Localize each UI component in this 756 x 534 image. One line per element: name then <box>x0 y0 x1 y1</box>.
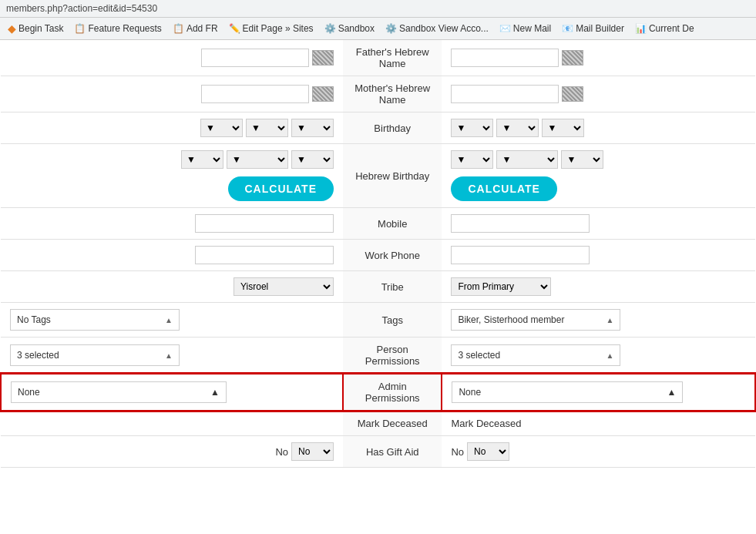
tags-multiselect-left[interactable]: No Tags ▲ <box>10 309 180 331</box>
toolbar-current-de[interactable]: 📊 Current De <box>632 22 697 35</box>
admin-permissions-left-arrow: ▲ <box>210 387 220 398</box>
toolbar-edit-page[interactable]: ✏️ Edit Page » Sites <box>226 22 317 35</box>
toolbar-begin-task[interactable]: ◆ Begin Task <box>5 21 66 36</box>
admin-permissions-multiselect-left[interactable]: None ▲ <box>11 381 227 403</box>
mothers-hebrew-name-label: Mother's Hebrew Name <box>343 76 442 113</box>
person-permissions-row: 3 selected ▲ Person Permissions 3 select… <box>1 338 755 374</box>
feature-requests-icon: 📋 <box>74 23 86 34</box>
hebrew-keyboard-icon-left <box>312 50 334 65</box>
birthday-month-right[interactable]: ▼ <box>451 119 493 137</box>
edit-page-icon: ✏️ <box>229 23 240 34</box>
tags-left-value: No Tags <box>17 314 51 325</box>
work-phone-input-right[interactable] <box>451 246 590 264</box>
fathers-hebrew-name-label: Father's Hebrew Name <box>343 40 442 76</box>
hebrew-birthday-month-left[interactable]: ▼ <box>181 150 223 169</box>
toolbar-new-mail[interactable]: ✉️ New Mail <box>496 22 554 35</box>
hebrew-birthday-year-right[interactable]: ▼ <box>561 150 603 169</box>
has-gift-aid-select-right[interactable]: No Yes <box>467 442 509 461</box>
tags-left-arrow: ▲ <box>165 316 173 324</box>
tribe-label: Tribe <box>343 271 442 303</box>
add-fr-label: Add FR <box>186 23 218 34</box>
hebrew-birthday-month-right[interactable]: ▼ <box>451 150 493 169</box>
admin-permissions-row: None ▲ Admin Permissions None ▲ <box>1 374 755 411</box>
sandbox-icon: ⚙️ <box>324 23 336 34</box>
birthday-day-left[interactable]: ▼ <box>246 119 288 137</box>
toolbar-sandbox[interactable]: ⚙️ Sandbox <box>321 22 378 35</box>
work-phone-row: Work Phone <box>1 240 755 271</box>
fathers-hebrew-name-left-input[interactable] <box>201 49 309 67</box>
person-permissions-right-value: 3 selected <box>458 350 500 361</box>
has-gift-aid-right-label: No <box>451 446 464 458</box>
has-gift-aid-row: No No Yes Has Gift Aid No No Yes <box>1 436 755 468</box>
calculate-button-right[interactable]: CALCULATE <box>451 176 557 201</box>
fathers-hebrew-name-left <box>1 40 343 76</box>
mothers-hebrew-name-right-input[interactable] <box>451 85 559 103</box>
edit-page-label: Edit Page » Sites <box>243 23 314 34</box>
tags-multiselect-right[interactable]: Biker, Sisterhood member ▲ <box>451 309 620 331</box>
hebrew-birthday-row: ▼ ▼ ▼ CALCULATE Hebrew Birthday ▼ ▼ ▼ <box>1 144 755 208</box>
tribe-select-right[interactable]: From Primary <box>451 277 551 296</box>
has-gift-aid-select-left[interactable]: No Yes <box>291 442 334 461</box>
hebrew-birthday-day-right[interactable]: ▼ <box>496 150 558 169</box>
birthday-month-left[interactable]: ▼ <box>200 119 243 137</box>
tags-label: Tags <box>343 303 442 338</box>
mobile-input-left[interactable] <box>195 214 334 233</box>
birthday-year-right[interactable]: ▼ <box>542 119 584 137</box>
hebrew-birthday-year-left[interactable]: ▼ <box>291 150 334 169</box>
toolbar-add-fr[interactable]: 📋 Add FR <box>170 22 221 35</box>
mothers-hebrew-keyboard-icon-right <box>562 86 583 102</box>
current-de-label: Current De <box>649 23 694 34</box>
fathers-hebrew-name-row: Father's Hebrew Name <box>1 40 755 76</box>
fathers-hebrew-name-right <box>442 40 755 76</box>
tags-row: No Tags ▲ Tags Biker, Sisterhood member … <box>1 303 755 338</box>
mothers-hebrew-keyboard-icon-left <box>312 86 334 102</box>
admin-permissions-right-value: None <box>459 387 481 398</box>
tribe-select-left[interactable]: Yisroel <box>234 277 334 296</box>
url-text: members.php?action=edit&id=54530 <box>6 3 157 14</box>
tribe-left: Yisroel <box>1 271 343 303</box>
mothers-hebrew-name-right <box>442 76 755 113</box>
tribe-row: Yisroel Tribe From Primary <box>1 271 755 303</box>
mobile-input-right[interactable] <box>451 214 590 233</box>
add-fr-icon: 📋 <box>173 23 184 34</box>
mail-builder-label: Mail Builder <box>576 23 624 34</box>
tags-left: No Tags ▲ <box>1 303 343 338</box>
hebrew-birthday-day-left[interactable]: ▼ <box>227 150 288 169</box>
toolbar-sandbox-view[interactable]: ⚙️ Sandbox View Acco... <box>382 22 492 35</box>
has-gift-aid-label: Has Gift Aid <box>343 436 442 468</box>
admin-permissions-right-arrow: ▲ <box>667 387 677 398</box>
birthday-label: Birthday <box>343 113 442 144</box>
person-permissions-right-arrow: ▲ <box>606 351 614 360</box>
mark-deceased-label: Mark Deceased <box>343 411 442 436</box>
birthday-left: ▼ ▼ ▼ <box>1 113 343 144</box>
person-permissions-label: Person Permissions <box>343 338 442 374</box>
person-permissions-left-arrow: ▲ <box>165 351 173 360</box>
admin-permissions-multiselect-right[interactable]: None ▲ <box>452 381 683 403</box>
person-permissions-left-value: 3 selected <box>17 350 59 361</box>
main-content: Father's Hebrew Name Mother's Hebrew Nam… <box>0 40 756 531</box>
person-permissions-left: 3 selected ▲ <box>1 338 343 374</box>
work-phone-label: Work Phone <box>343 240 442 271</box>
toolbar-feature-requests[interactable]: 📋 Feature Requests <box>71 22 164 35</box>
admin-permissions-right: None ▲ <box>442 374 755 411</box>
mark-deceased-left <box>1 411 343 436</box>
admin-permissions-label: Admin Permissions <box>343 374 442 411</box>
fathers-hebrew-name-right-input[interactable] <box>451 49 559 67</box>
work-phone-input-left[interactable] <box>195 246 334 264</box>
toolbar-mail-builder[interactable]: 📧 Mail Builder <box>559 22 627 35</box>
birthday-right: ▼ ▼ ▼ <box>442 113 755 144</box>
calculate-button-left[interactable]: CALCULATE <box>228 176 334 201</box>
mothers-hebrew-name-left-input[interactable] <box>201 85 309 103</box>
form-table: Father's Hebrew Name Mother's Hebrew Nam… <box>0 40 756 468</box>
tribe-right: From Primary <box>442 271 755 303</box>
begin-task-label: Begin Task <box>18 23 63 34</box>
current-de-icon: 📊 <box>635 23 647 34</box>
person-permissions-multiselect-left[interactable]: 3 selected ▲ <box>10 344 180 366</box>
sandbox-label: Sandbox <box>338 23 375 34</box>
birthday-year-left[interactable]: ▼ <box>291 119 334 137</box>
work-phone-right <box>442 240 755 271</box>
birthday-day-right[interactable]: ▼ <box>496 119 539 137</box>
mothers-hebrew-name-row: Mother's Hebrew Name <box>1 76 755 113</box>
person-permissions-multiselect-right[interactable]: 3 selected ▲ <box>451 344 620 366</box>
new-mail-label: New Mail <box>513 23 551 34</box>
